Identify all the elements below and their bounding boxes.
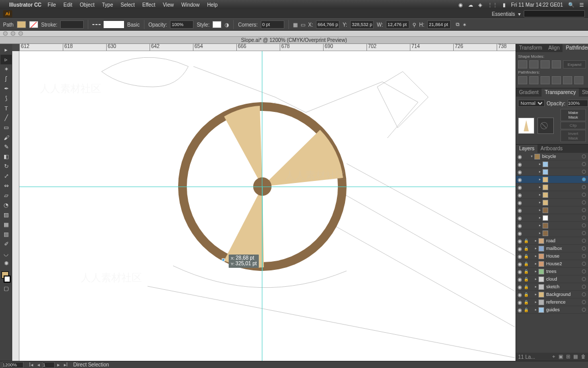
mask-none[interactable]: ⃠ (537, 118, 554, 134)
visibility-icon[interactable]: ◉ (516, 231, 523, 236)
layer-row[interactable]: ◉ ▸ (516, 160, 588, 168)
disclosure-icon[interactable]: ▸ (533, 292, 538, 296)
style-swatch[interactable] (212, 21, 222, 28)
layer-row[interactable]: ◉ 🔒 ▸ road (516, 237, 588, 245)
rotate-tool[interactable]: ↻ (1, 162, 12, 171)
mask-thumb[interactable] (518, 118, 534, 134)
trim-button[interactable] (529, 76, 538, 84)
layer-row[interactable]: ◉ ▾ bicycle (516, 153, 588, 160)
menu-edit[interactable]: Edit (63, 2, 72, 8)
ruler-vertical[interactable] (12, 51, 19, 361)
target-icon[interactable] (582, 170, 586, 174)
magic-wand-tool[interactable]: ✶ (1, 64, 12, 74)
lock-icon[interactable]: 🔒 (523, 308, 529, 312)
intersect-button[interactable] (541, 60, 550, 68)
disclosure-icon[interactable]: ▸ (537, 216, 543, 220)
target-icon[interactable] (582, 231, 586, 235)
disclosure-icon[interactable]: ▾ (529, 154, 534, 158)
guide-horizontal[interactable] (19, 187, 516, 187)
visibility-icon[interactable]: ◉ (516, 261, 523, 267)
menu-type[interactable]: Type (102, 2, 113, 8)
disclosure-icon[interactable]: ▸ (533, 285, 538, 289)
layer-row[interactable]: ◉ ▸ (516, 168, 588, 176)
vw-profile-icon[interactable] (92, 24, 101, 25)
layer-row[interactable]: ◉ 🔒 ▸ cloud (516, 275, 588, 283)
target-icon[interactable] (582, 216, 586, 220)
h-input[interactable] (427, 20, 451, 29)
visibility-icon[interactable]: ◉ (516, 238, 523, 244)
merge-button[interactable] (541, 76, 550, 84)
pen-tool[interactable]: ✒ (1, 84, 12, 94)
visibility-icon[interactable]: ◉ (516, 307, 523, 313)
fill-swatch[interactable] (17, 21, 26, 28)
free-transform-tool[interactable]: ▱ (1, 191, 12, 200)
lock-icon[interactable]: 🔒 (523, 285, 529, 289)
first-artboard-icon[interactable]: I◂ (28, 362, 35, 367)
exclude-button[interactable] (552, 60, 561, 68)
close-dot[interactable] (3, 31, 8, 36)
target-icon[interactable] (582, 277, 586, 281)
layer-row[interactable]: ◉ ▸ (516, 199, 588, 206)
disclosure-icon[interactable]: ▸ (533, 308, 538, 312)
app-name[interactable]: Illustrator CC (9, 2, 41, 8)
target-icon[interactable] (582, 246, 586, 250)
status-icon[interactable]: ◈ (478, 2, 482, 8)
layer-row[interactable]: ◉ ▸ (516, 214, 588, 222)
layer-row[interactable]: ◉ ▸ (516, 206, 588, 214)
flag-icon[interactable]: ▮ (503, 2, 506, 8)
align-icon[interactable]: ▦ (293, 22, 298, 28)
brush-tool[interactable]: 🖌 (1, 132, 12, 142)
visibility-icon[interactable]: ◉ (516, 277, 523, 282)
eyedropper-tool[interactable]: ✐ (1, 239, 12, 249)
visibility-icon[interactable]: ◉ (516, 223, 523, 228)
clip-button[interactable]: Clip (560, 122, 586, 129)
target-icon[interactable] (582, 223, 586, 227)
tab-gradient[interactable]: Gradient (516, 88, 542, 97)
disclosure-icon[interactable]: ▸ (537, 170, 543, 174)
lasso-tool[interactable]: ʃ (1, 74, 12, 84)
blend-tool[interactable]: ◡ (1, 249, 12, 259)
layer-row[interactable]: ◉ 🔒 ▸ trees (516, 268, 588, 275)
pencil-tool[interactable]: ✎ (1, 142, 12, 152)
blend-mode-select[interactable]: Normal (518, 100, 545, 107)
visibility-icon[interactable]: ◉ (516, 200, 523, 205)
lock-icon[interactable]: 🔒 (523, 239, 529, 243)
lock-icon[interactable]: 🔒 (523, 262, 529, 266)
menu-effect[interactable]: Effect (142, 2, 155, 8)
menu-object[interactable]: Object (80, 2, 94, 8)
tab-pathfinder[interactable]: Pathfinder (562, 44, 588, 52)
disclosure-icon[interactable]: ▸ (537, 208, 543, 212)
tab-align[interactable]: Align (545, 44, 562, 52)
disclosure-icon[interactable]: ▸ (533, 239, 538, 243)
w-input[interactable] (386, 20, 409, 29)
rectangle-tool[interactable]: ▭ (1, 123, 12, 132)
last-artboard-icon[interactable]: ▸I (62, 362, 69, 367)
link-wh-icon[interactable]: ⚲ (412, 22, 416, 28)
invert-mask-button[interactable]: Invert Mask (560, 130, 586, 142)
visibility-icon[interactable]: ◉ (516, 192, 523, 198)
menu-select[interactable]: Select (120, 2, 135, 8)
target-icon[interactable] (582, 300, 586, 304)
target-icon[interactable] (582, 254, 586, 258)
layer-row[interactable]: ◉ 🔒 ▸ sketch (516, 283, 588, 291)
fill-stroke-colors[interactable] (1, 270, 12, 284)
min-dot[interactable] (11, 31, 15, 36)
isolate-icon[interactable]: ✶ (462, 22, 467, 28)
target-icon[interactable] (582, 308, 586, 312)
layer-row[interactable]: ◉ 🔒 ▸ House (516, 252, 588, 260)
lock-icon[interactable]: 🔒 (523, 292, 529, 297)
type-tool[interactable]: T (1, 103, 12, 113)
tab-stroke[interactable]: Stroke (579, 88, 588, 97)
visibility-icon[interactable]: ◉ (516, 254, 523, 259)
target-icon[interactable] (582, 269, 586, 273)
workspace-chevron-icon[interactable]: ▾ (518, 11, 521, 17)
selection-tool[interactable]: ▸ (1, 45, 12, 55)
disclosure-icon[interactable]: ▸ (537, 177, 543, 181)
visibility-icon[interactable]: ◉ (516, 300, 523, 305)
target-icon[interactable] (582, 200, 586, 204)
tab-layers[interactable]: Layers (516, 145, 537, 153)
disclosure-icon[interactable]: ▸ (533, 246, 538, 250)
layer-row[interactable]: ◉ 🔒 ▸ mailbox (516, 245, 588, 252)
disclosure-icon[interactable]: ▸ (537, 231, 543, 235)
disclosure-icon[interactable]: ▸ (533, 277, 538, 281)
